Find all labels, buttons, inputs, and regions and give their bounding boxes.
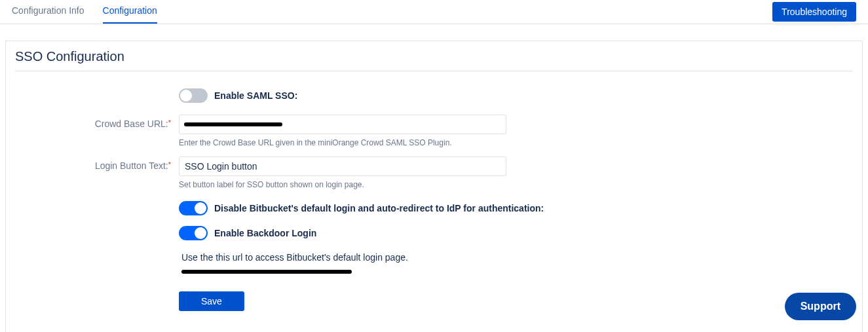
enable-saml-sso-label: Enable SAML SSO: bbox=[214, 90, 297, 101]
tabs-nav: Configuration Info Configuration bbox=[12, 0, 157, 24]
login-button-text-help: Set button label for SSO button shown on… bbox=[179, 176, 853, 189]
tab-configuration-info[interactable]: Configuration Info bbox=[12, 0, 85, 24]
crowd-base-url-help: Enter the Crowd Base URL given in the mi… bbox=[179, 134, 853, 147]
enable-saml-sso-toggle[interactable] bbox=[179, 88, 208, 103]
support-button[interactable]: Support bbox=[785, 293, 856, 320]
redacted-url bbox=[181, 270, 352, 274]
tab-configuration[interactable]: Configuration bbox=[103, 0, 157, 24]
disable-default-login-toggle[interactable] bbox=[179, 201, 208, 215]
save-button[interactable]: Save bbox=[179, 291, 244, 311]
enable-backdoor-login-toggle[interactable] bbox=[179, 226, 208, 240]
backdoor-info-text: Use the this url to access Bitbucket's d… bbox=[179, 248, 853, 264]
panel-title: SSO Configuration bbox=[15, 49, 853, 71]
login-button-text-label: Login Button Text:* bbox=[15, 157, 179, 171]
crowd-base-url-label: Crowd Base URL:* bbox=[15, 115, 179, 129]
login-button-text-input[interactable] bbox=[179, 157, 506, 176]
enable-backdoor-login-label: Enable Backdoor Login bbox=[214, 228, 316, 238]
disable-default-login-label: Disable Bitbucket's default login and au… bbox=[214, 203, 544, 213]
sso-configuration-panel: SSO Configuration Enable SAML SSO: Crowd… bbox=[5, 41, 863, 332]
troubleshooting-button[interactable]: Troubleshooting bbox=[772, 2, 856, 22]
redacted-text bbox=[184, 122, 282, 126]
